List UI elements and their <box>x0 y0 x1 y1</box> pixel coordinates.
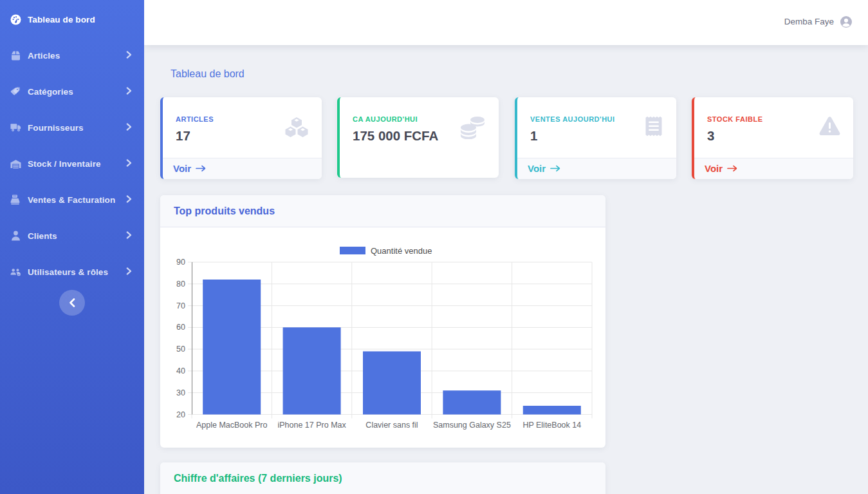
svg-text:90: 90 <box>176 258 185 267</box>
svg-text:20: 20 <box>176 410 185 419</box>
svg-text:80: 80 <box>176 280 185 289</box>
svg-text:Apple MacBook Pro: Apple MacBook Pro <box>196 421 268 430</box>
svg-text:30: 30 <box>176 388 185 397</box>
svg-text:Samsung Galaxy S25: Samsung Galaxy S25 <box>433 421 511 430</box>
svg-text:70: 70 <box>176 301 185 310</box>
svg-text:HP EliteBook 14: HP EliteBook 14 <box>522 421 581 430</box>
svg-text:60: 60 <box>176 323 185 332</box>
svg-text:40: 40 <box>176 366 185 375</box>
svg-text:Clavier sans fil: Clavier sans fil <box>365 421 418 430</box>
svg-text:50: 50 <box>176 345 185 354</box>
svg-text:Quantité vendue: Quantité vendue <box>371 246 432 256</box>
svg-text:iPhone 17 Pro Max: iPhone 17 Pro Max <box>277 421 346 430</box>
